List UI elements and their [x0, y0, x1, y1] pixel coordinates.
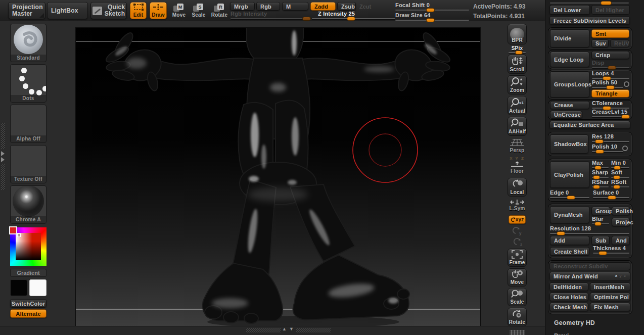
next-section-partial[interactable]: Previ	[554, 332, 569, 335]
clay-rsoft-slider[interactable]: RSoft	[611, 179, 629, 187]
current-alpha-thumbnail[interactable]: Alpha Off	[10, 105, 47, 143]
check-mesh-button[interactable]: Check Mesh	[549, 303, 588, 311]
mrgb-button[interactable]: Mrgb	[230, 2, 255, 11]
scroll-button[interactable]: Scroll	[508, 55, 527, 74]
res-slider[interactable]: Res 128	[592, 134, 629, 142]
left-tray-divider-hatch-top[interactable]	[1, 123, 5, 149]
aahalf-button[interactable]: AAHalf	[508, 117, 527, 136]
main-color-swatch[interactable]	[10, 279, 27, 296]
rotate-button[interactable]: R Rotate	[210, 2, 228, 19]
edge0-handle[interactable]	[567, 196, 575, 200]
reuv-button[interactable]: ReUV	[610, 39, 629, 47]
left-tray-divider-hatch-bottom[interactable]	[1, 164, 5, 190]
group-button[interactable]: Group	[591, 207, 610, 215]
lsym-button[interactable]: L.Sym	[508, 199, 527, 212]
fix-mesh-button[interactable]: Fix Mesh	[590, 303, 630, 311]
draw-size-slider[interactable]: Draw Size 64	[395, 13, 469, 21]
strip-rotate-button[interactable]: Rotate	[508, 308, 527, 326]
resolution-slider[interactable]: Resolution 128	[550, 226, 629, 234]
sculpt-viewport[interactable]	[76, 28, 480, 326]
frame-button[interactable]: Frame	[508, 249, 527, 267]
current-brush-thumbnail[interactable]: Standard	[10, 24, 47, 62]
del-higher-button[interactable]: Del Higher	[591, 5, 630, 15]
current-material-thumbnail[interactable]: Chrome A	[10, 185, 47, 224]
claypolish-button[interactable]: ClayPolish	[550, 161, 589, 188]
create-shell-button[interactable]: Create Shell	[550, 247, 589, 256]
rotate-xyz-button[interactable]: xyz	[509, 215, 526, 224]
actual-button[interactable]: x1 Actual	[508, 96, 527, 115]
smt-button[interactable]: Smt	[591, 29, 629, 38]
local-button[interactable]: Local	[508, 178, 527, 197]
del-lower-button[interactable]: Del Lower	[549, 5, 590, 15]
crisp-button[interactable]: Crisp	[591, 51, 629, 59]
clay-rshar-handle[interactable]	[593, 185, 600, 189]
rotate-y-button[interactable]: y	[512, 226, 523, 237]
spix-slider[interactable]	[509, 51, 526, 53]
surface0-handle[interactable]	[608, 196, 616, 200]
polish50-slider[interactable]: Polish 50	[592, 80, 623, 88]
mirror-and-weld-button[interactable]: Mirror And Weld x y z	[549, 272, 630, 281]
move-button[interactable]: M Move	[171, 2, 187, 19]
bottom-divider-down-arrow[interactable]: ▼	[289, 326, 294, 331]
thickness-slider[interactable]: Thickness 4	[593, 246, 629, 254]
z-intensity-handle[interactable]	[347, 17, 355, 21]
divide-button[interactable]: Divide	[550, 29, 589, 47]
zadd-button[interactable]: Zadd	[310, 2, 336, 11]
alternate-button[interactable]: Alternate	[10, 309, 47, 318]
persp-button[interactable]: Persp	[508, 137, 527, 154]
current-stroke-thumbnail[interactable]: Dots	[10, 64, 47, 103]
ctolerance-slider[interactable]: CTolerance	[592, 101, 629, 109]
blur-handle[interactable]	[594, 222, 602, 226]
insertmesh-button[interactable]: InsertMesh	[590, 282, 630, 291]
rgb-button[interactable]: Rgb	[256, 2, 280, 11]
thickness-handle[interactable]	[599, 251, 607, 255]
polish10-slider[interactable]: Polish 10	[592, 144, 623, 152]
current-texture-thumbnail[interactable]: Texture Off	[10, 145, 47, 183]
disp-handle[interactable]	[608, 66, 616, 70]
delhidden-button[interactable]: DelHidden	[549, 282, 588, 291]
saturation-square[interactable]	[16, 233, 41, 260]
lightbox-button[interactable]: LightBox	[47, 2, 88, 19]
freeze-subdivision-button[interactable]: Freeze SubDivision Levels	[549, 16, 630, 25]
secondary-color-swatch[interactable]	[29, 279, 47, 296]
blur-slider[interactable]: Blur	[592, 216, 609, 224]
scale-button[interactable]: S Scale	[191, 2, 207, 19]
switch-color-button[interactable]: SwitchColor	[10, 299, 47, 308]
equalize-surface-button[interactable]: Equalize Surface Area	[549, 121, 630, 129]
and-button[interactable]: And	[612, 236, 630, 245]
geometry-hd-header[interactable]: Geometry HD	[554, 319, 595, 326]
uncrease-button[interactable]: UnCrease	[550, 111, 582, 119]
creaselvl-slider[interactable]: CreaseLvl 15	[592, 109, 629, 117]
sub-button[interactable]: Sub	[591, 236, 610, 245]
zsub-button[interactable]: Zsub	[337, 2, 356, 11]
current-color-swatch[interactable]	[9, 226, 17, 234]
dynamesh-button[interactable]: DynaMesh	[550, 206, 589, 223]
z-intensity-slider[interactable]: Z Intensity 25	[312, 11, 395, 19]
left-tray-open-arrow[interactable]	[1, 151, 5, 156]
edge0-slider[interactable]: Edge 0	[550, 190, 589, 198]
rgb-intensity-slider[interactable]: Rgb Intensity	[231, 11, 309, 19]
focal-shift-handle[interactable]	[426, 8, 435, 12]
clay-rshar-slider[interactable]: RShar	[592, 179, 609, 187]
loops-slider[interactable]: Loops 4	[592, 71, 629, 79]
disp-slider[interactable]: Disp	[592, 60, 629, 68]
bottom-divider-hatch-right[interactable]	[296, 328, 331, 332]
polish-button[interactable]: Polish	[612, 207, 630, 215]
m-button[interactable]: M	[282, 2, 308, 11]
crease-button[interactable]: Crease	[550, 101, 589, 109]
strip-scale-button[interactable]: Scale	[508, 288, 527, 306]
bpr-button[interactable]: BPR	[508, 24, 527, 44]
surface0-slider[interactable]: Surface 0	[593, 190, 629, 198]
color-cursor[interactable]	[17, 233, 21, 237]
projec-button[interactable]: Projec	[612, 218, 630, 226]
reconstruct-subdiv-button[interactable]: Reconstruct Subdiv	[549, 262, 630, 270]
clay-sharp-slider[interactable]: Sharp	[592, 170, 609, 178]
mirror-weld-axes[interactable]: x y z	[615, 273, 626, 278]
close-holes-button[interactable]: Close Holes	[549, 293, 588, 301]
gradient-button[interactable]: Gradient	[10, 269, 47, 277]
polish50-mode-radio[interactable]	[624, 81, 629, 87]
suv-button[interactable]: Suv	[591, 39, 609, 47]
floor-button[interactable]: X Y Z Floor	[508, 156, 527, 175]
strip-move-button[interactable]: Move	[508, 268, 527, 286]
optimize-points-button[interactable]: Optimize Poi	[590, 293, 630, 301]
